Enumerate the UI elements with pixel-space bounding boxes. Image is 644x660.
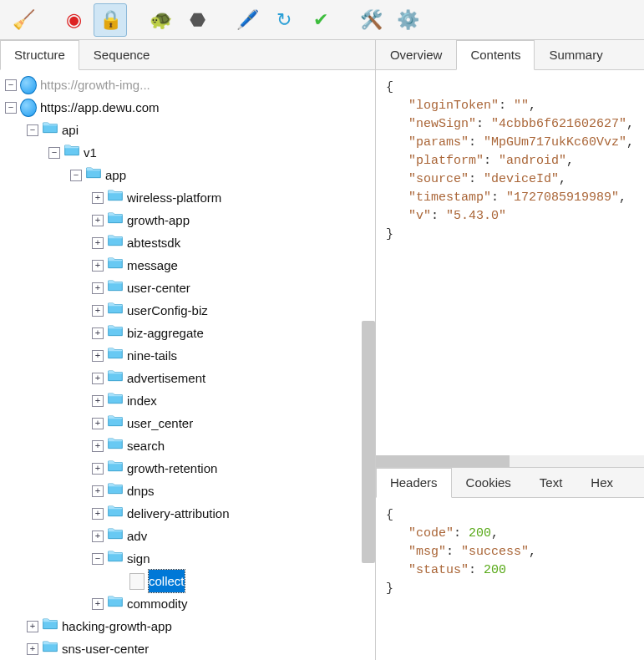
node-label: collect <box>149 570 185 592</box>
globe-icon <box>20 77 37 94</box>
folder-v1[interactable]: −v1 <box>0 141 375 164</box>
collapse-icon[interactable]: − <box>27 124 38 136</box>
hex-icon[interactable]: ⬣ <box>180 3 214 37</box>
tab-hex[interactable]: Hex <box>576 468 627 497</box>
folder-hacking-growth-app[interactable]: +hacking-growth-app <box>0 615 375 637</box>
folder-icon <box>107 551 124 567</box>
turtle-icon[interactable]: 🐢 <box>144 3 177 37</box>
host-node-truncated[interactable]: −https://growth-img... <box>0 74 375 96</box>
expand-icon[interactable]: + <box>92 282 104 294</box>
node-label: app <box>105 164 126 186</box>
node-label: advertisement <box>127 367 205 389</box>
folder-search[interactable]: +search <box>0 434 375 457</box>
pen-icon[interactable]: 🖊️ <box>231 3 264 37</box>
collapse-icon[interactable]: − <box>92 553 104 565</box>
node-label: sign <box>127 547 150 570</box>
right-top-tabs: OverviewContentsSummary <box>376 40 644 70</box>
folder-user_center[interactable]: +user_center <box>0 412 375 434</box>
folder-sign[interactable]: −sign <box>0 547 375 570</box>
tab-headers[interactable]: Headers <box>376 468 452 498</box>
folder-app[interactable]: −app <box>0 164 375 186</box>
node-label: search <box>127 434 165 457</box>
request-json-hscroll[interactable] <box>376 455 644 467</box>
gear-icon[interactable]: ⚙️ <box>391 3 424 37</box>
expand-icon[interactable]: + <box>92 260 104 272</box>
node-label: commodity <box>127 592 188 615</box>
folder-abtestsdk[interactable]: +abtestsdk <box>0 231 375 254</box>
folder-growth-app[interactable]: +growth-app <box>0 209 375 231</box>
request-json-view: { "loginToken": "", "newSign": "4cbbb6f6… <box>376 70 644 455</box>
expand-icon[interactable]: + <box>92 485 104 497</box>
tab-text[interactable]: Text <box>525 468 577 497</box>
node-label: message <box>127 254 178 277</box>
collapse-icon[interactable]: − <box>5 79 17 91</box>
lock-icon[interactable]: 🔒 <box>94 3 127 37</box>
folder-biz-aggregate[interactable]: +biz-aggregate <box>0 322 375 344</box>
folder-icon <box>107 483 124 500</box>
expand-icon[interactable]: + <box>92 463 104 475</box>
node-label: abtestsdk <box>127 231 180 254</box>
expand-icon[interactable]: + <box>92 192 104 204</box>
expand-icon[interactable]: + <box>92 531 104 542</box>
folder-nine-tails[interactable]: +nine-tails <box>0 344 375 367</box>
node-label: index <box>127 389 157 412</box>
expand-icon[interactable]: + <box>92 395 104 407</box>
folder-message[interactable]: +message <box>0 254 375 277</box>
folder-user-center[interactable]: +user-center <box>0 277 375 299</box>
folder-growth-retention[interactable]: +growth-retention <box>0 457 375 480</box>
folder-advertisement[interactable]: +advertisement <box>0 367 375 389</box>
tools-icon[interactable]: 🛠️ <box>354 3 388 37</box>
node-label: dnps <box>127 480 155 502</box>
tab-structure[interactable]: Structure <box>0 40 79 70</box>
expand-icon[interactable]: + <box>92 327 104 339</box>
node-label: adv <box>127 525 147 547</box>
record-icon[interactable]: ◉ <box>57 3 90 37</box>
tab-overview[interactable]: Overview <box>376 40 457 69</box>
folder-api[interactable]: −api <box>0 119 375 141</box>
folder-icon <box>107 370 124 387</box>
tab-cookies[interactable]: Cookies <box>452 468 525 497</box>
expand-icon[interactable]: + <box>92 215 104 226</box>
expand-icon[interactable]: + <box>92 418 104 429</box>
host-node[interactable]: −https://app.dewu.com <box>0 96 375 119</box>
expand-icon[interactable]: + <box>92 598 104 610</box>
folder-icon <box>107 505 124 522</box>
expand-icon[interactable]: + <box>27 621 38 632</box>
tab-contents[interactable]: Contents <box>456 40 535 70</box>
node-label: https://app.dewu.com <box>40 96 160 119</box>
folder-icon <box>107 348 124 364</box>
folder-userConfig-biz[interactable]: +userConfig-biz <box>0 299 375 322</box>
broom-icon[interactable]: 🧹 <box>7 3 40 37</box>
folder-sns-user-center[interactable]: +sns-user-center <box>0 637 375 660</box>
refresh-icon[interactable]: ↻ <box>267 3 301 37</box>
folder-commodity[interactable]: +commodity <box>0 592 375 615</box>
collapse-icon[interactable]: − <box>48 147 60 159</box>
expand-icon[interactable]: + <box>92 305 104 317</box>
node-label: user_center <box>127 412 193 434</box>
node-label: api <box>62 119 79 141</box>
folder-dnps[interactable]: +dnps <box>0 480 375 502</box>
tab-sequence[interactable]: Sequence <box>79 40 165 69</box>
tree-scrollbar[interactable] <box>362 321 375 563</box>
folder-icon <box>107 257 124 274</box>
expand-icon[interactable]: + <box>92 237 104 249</box>
expand-icon[interactable]: + <box>92 373 104 384</box>
folder-icon <box>85 167 102 184</box>
expand-icon[interactable]: + <box>92 440 104 452</box>
check-icon[interactable]: ✔ <box>304 3 337 37</box>
folder-icon <box>107 302 124 319</box>
expand-icon[interactable]: + <box>92 508 104 520</box>
tab-summary[interactable]: Summary <box>535 40 616 69</box>
folder-icon <box>107 596 124 612</box>
node-label: growth-app <box>127 209 190 231</box>
folder-index[interactable]: +index <box>0 389 375 412</box>
expand-icon[interactable]: + <box>27 643 38 655</box>
collapse-icon[interactable]: − <box>5 102 17 114</box>
collapse-icon[interactable]: − <box>70 170 82 181</box>
expand-icon[interactable]: + <box>92 350 104 362</box>
folder-wireless-platform[interactable]: +wireless-platform <box>0 186 375 209</box>
file-collect[interactable]: collect <box>0 570 375 592</box>
folder-adv[interactable]: +adv <box>0 525 375 547</box>
folder-delivery-attribution[interactable]: +delivery-attribution <box>0 502 375 525</box>
toolbar: 🧹◉🔒🐢⬣🖊️↻✔🛠️⚙️ <box>0 0 644 40</box>
